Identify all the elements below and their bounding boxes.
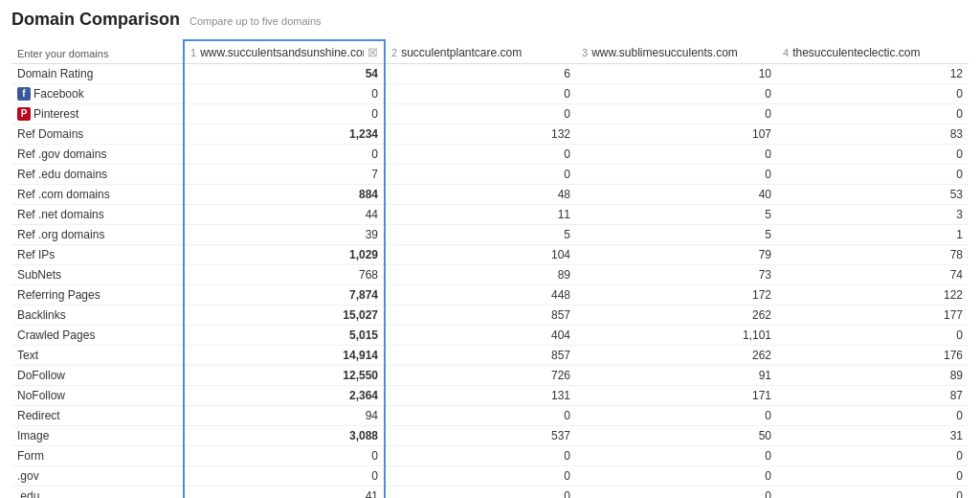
row-value: 0	[385, 406, 576, 426]
row-value: 884	[184, 185, 385, 205]
row-value: 2,364	[184, 386, 385, 406]
table-row: NoFollow2,36413117187	[11, 386, 969, 406]
row-label: Referring Pages	[11, 285, 184, 306]
row-label: Domain Rating	[11, 64, 184, 84]
row-value: 537	[385, 426, 576, 446]
row-value: 39	[184, 225, 385, 245]
row-value: 0	[777, 84, 969, 104]
row-value: 5	[576, 205, 777, 225]
row-value: 5	[385, 225, 576, 245]
row-value: 0	[777, 487, 969, 499]
row-value: 857	[385, 306, 576, 326]
row-value: 172	[576, 285, 777, 306]
row-label: Ref IPs	[11, 245, 184, 265]
domain-num-4: 4	[783, 47, 789, 58]
table-row: Ref .net domains441153	[11, 205, 969, 225]
row-value: 73	[576, 265, 777, 285]
domain-input-3[interactable]	[591, 46, 771, 59]
row-value: 0	[777, 466, 969, 487]
row-value: 0	[576, 446, 777, 466]
row-value: 79	[576, 245, 777, 265]
table-row: Text14,914857262176	[11, 346, 969, 366]
table-row: Ref IPs1,0291047978	[11, 245, 969, 265]
clear-domain-icon-1[interactable]: ⊠	[368, 45, 378, 59]
domain-num-1: 1	[190, 47, 196, 58]
row-value: 0	[385, 487, 576, 499]
row-value: 15,027	[184, 306, 385, 326]
row-value: 1,101	[576, 326, 777, 346]
domain-input-4[interactable]	[792, 46, 963, 59]
table-row: Crawled Pages5,0154041,1010	[11, 326, 969, 346]
pinterest-icon: P	[17, 107, 31, 121]
row-value: 0	[777, 326, 969, 346]
table-row: PPinterest0000	[11, 104, 969, 124]
row-value: 50	[576, 426, 777, 446]
row-value: 3	[777, 205, 969, 225]
page-subtitle: Compare up to five domains	[189, 15, 322, 27]
row-value: 0	[385, 104, 576, 124]
row-label: Ref .gov domains	[11, 145, 184, 165]
row-value: 0	[184, 84, 385, 104]
domain-header-1: 1 ⊠	[184, 40, 385, 64]
row-value: 1	[777, 225, 969, 245]
row-value: 11	[385, 205, 576, 225]
table-row: Ref .gov domains0000	[11, 145, 969, 165]
row-label: Ref .org domains	[11, 225, 184, 245]
row-value: 0	[385, 145, 576, 165]
row-value: 0	[777, 406, 969, 426]
table-row: SubNets768897374	[11, 265, 969, 285]
row-value: 6	[385, 64, 576, 84]
table-row: Ref Domains1,23413210783	[11, 124, 969, 145]
row-value: 0	[576, 165, 777, 185]
row-value: 0	[777, 104, 969, 124]
row-label: Backlinks	[11, 306, 184, 326]
row-value: 5,015	[184, 326, 385, 346]
domain-input-2[interactable]	[401, 46, 570, 59]
table-header-row: Enter your domains 1 ⊠ 2 3	[11, 40, 969, 64]
domain-header-2: 2	[385, 40, 576, 64]
row-value: 44	[184, 205, 385, 225]
row-label: .gov	[11, 466, 184, 487]
row-value: 262	[576, 346, 777, 366]
row-value: 0	[385, 165, 576, 185]
row-value: 0	[576, 84, 777, 104]
row-value: 12	[777, 64, 969, 84]
table-row: Domain Rating5461012	[11, 64, 969, 84]
page-wrapper: Domain Comparison Compare up to five dom…	[0, 0, 980, 498]
row-value: 176	[777, 346, 969, 366]
row-label: Ref .com domains	[11, 185, 184, 205]
row-value: 91	[576, 366, 777, 386]
row-label: DoFollow	[11, 366, 184, 386]
row-value: 87	[777, 386, 969, 406]
row-value: 94	[184, 406, 385, 426]
row-value: 0	[576, 487, 777, 499]
row-label: Ref Domains	[11, 124, 184, 145]
row-value: 262	[576, 306, 777, 326]
table-row: fFacebook0000	[11, 84, 969, 104]
row-label: Ref .net domains	[11, 205, 184, 225]
domain-num-3: 3	[582, 47, 588, 58]
facebook-icon: f	[17, 87, 31, 101]
table-row: DoFollow12,5507269189	[11, 366, 969, 386]
row-label: PPinterest	[11, 104, 184, 124]
row-value: 83	[777, 124, 969, 145]
row-label: Form	[11, 446, 184, 466]
row-label: SubNets	[11, 265, 184, 285]
row-value: 107	[576, 124, 777, 145]
domain-header-4: 4	[777, 40, 969, 64]
row-value: 0	[184, 466, 385, 487]
table-row: .edu41000	[11, 487, 969, 499]
row-value: 89	[385, 265, 576, 285]
row-value: 0	[385, 466, 576, 487]
domain-input-1[interactable]	[200, 46, 364, 59]
row-value: 0	[184, 104, 385, 124]
row-value: 89	[777, 366, 969, 386]
row-value: 12,550	[184, 366, 385, 386]
row-label: Ref .edu domains	[11, 165, 184, 185]
row-label-text: Facebook	[33, 87, 84, 101]
row-value: 448	[385, 285, 576, 306]
page-header: Domain Comparison Compare up to five dom…	[11, 10, 969, 30]
row-label: .edu	[11, 487, 184, 499]
row-value: 10	[576, 64, 777, 84]
row-label: Crawled Pages	[11, 326, 184, 346]
